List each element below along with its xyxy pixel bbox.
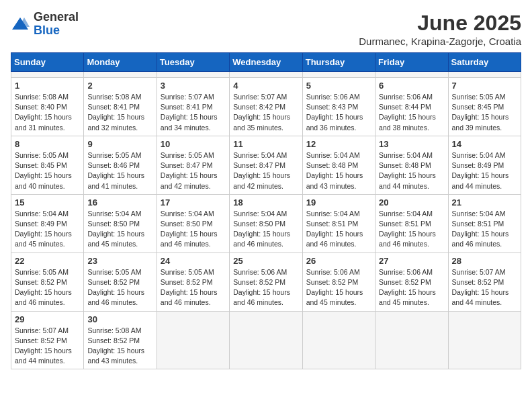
calendar-cell: 14Sunrise: 5:04 AMSunset: 8:49 PMDayligh…: [448, 136, 521, 194]
day-number: 10: [161, 139, 226, 149]
location-text: Durmanec, Krapina-Zagorje, Croatia: [359, 36, 521, 47]
day-number: 11: [233, 139, 298, 149]
day-header-thursday: Thursday: [302, 53, 375, 72]
calendar-table: SundayMondayTuesdayWednesdayThursdayFrid…: [11, 52, 521, 369]
calendar-cell: 12Sunrise: 5:04 AMSunset: 8:48 PMDayligh…: [302, 136, 375, 194]
day-number: 1: [15, 81, 80, 91]
calendar-cell: [157, 311, 229, 369]
day-number: 8: [15, 139, 80, 149]
day-number: 7: [452, 81, 517, 91]
calendar-cell: 2Sunrise: 5:08 AMSunset: 8:41 PMDaylight…: [84, 78, 157, 136]
day-number: 25: [233, 256, 298, 266]
title-area: June 2025 Durmanec, Krapina-Zagorje, Cro…: [359, 11, 521, 47]
calendar-cell: 9Sunrise: 5:05 AMSunset: 8:46 PMDaylight…: [84, 136, 157, 194]
day-info: Sunrise: 5:06 AMSunset: 8:52 PMDaylight:…: [379, 267, 444, 308]
day-header-monday: Monday: [84, 53, 157, 72]
day-info: Sunrise: 5:06 AMSunset: 8:52 PMDaylight:…: [233, 267, 298, 308]
day-number: 17: [161, 197, 226, 208]
day-number: 9: [87, 139, 152, 149]
day-number: 5: [306, 81, 371, 91]
day-info: Sunrise: 5:07 AMSunset: 8:41 PMDaylight:…: [161, 92, 226, 133]
calendar-cell: 11Sunrise: 5:04 AMSunset: 8:47 PMDayligh…: [230, 136, 302, 194]
calendar-cell: 8Sunrise: 5:05 AMSunset: 8:45 PMDaylight…: [11, 136, 84, 194]
day-number: 20: [379, 197, 444, 208]
calendar-cell: 5Sunrise: 5:06 AMSunset: 8:43 PMDaylight…: [302, 78, 375, 136]
logo: General Blue: [11, 11, 79, 38]
day-info: Sunrise: 5:08 AMSunset: 8:41 PMDaylight:…: [87, 92, 152, 133]
day-header-wednesday: Wednesday: [230, 53, 302, 72]
calendar-cell: 10Sunrise: 5:05 AMSunset: 8:47 PMDayligh…: [157, 136, 229, 194]
day-number: 2: [87, 81, 152, 91]
day-number: 14: [452, 139, 517, 149]
calendar-week-row: 22Sunrise: 5:05 AMSunset: 8:52 PMDayligh…: [11, 253, 521, 311]
day-info: Sunrise: 5:04 AMSunset: 8:47 PMDaylight:…: [233, 150, 298, 191]
calendar-cell: 13Sunrise: 5:04 AMSunset: 8:48 PMDayligh…: [375, 136, 448, 194]
day-info: Sunrise: 5:04 AMSunset: 8:50 PMDaylight:…: [161, 209, 226, 250]
day-number: 28: [452, 256, 517, 266]
calendar-cell: [84, 72, 157, 78]
day-info: Sunrise: 5:08 AMSunset: 8:40 PMDaylight:…: [15, 92, 80, 133]
day-info: Sunrise: 5:05 AMSunset: 8:52 PMDaylight:…: [87, 267, 152, 308]
day-number: 3: [161, 81, 226, 91]
day-info: Sunrise: 5:05 AMSunset: 8:45 PMDaylight:…: [15, 150, 80, 191]
calendar-cell: 28Sunrise: 5:07 AMSunset: 8:52 PMDayligh…: [448, 253, 521, 311]
day-number: 13: [379, 139, 444, 149]
logo-general-text: General: [34, 11, 79, 24]
day-number: 26: [306, 256, 371, 266]
day-number: 27: [379, 256, 444, 266]
calendar-cell: 21Sunrise: 5:04 AMSunset: 8:51 PMDayligh…: [448, 194, 521, 253]
day-info: Sunrise: 5:07 AMSunset: 8:52 PMDaylight:…: [15, 326, 80, 367]
calendar-cell: 25Sunrise: 5:06 AMSunset: 8:52 PMDayligh…: [230, 253, 302, 311]
calendar-cell: 17Sunrise: 5:04 AMSunset: 8:50 PMDayligh…: [157, 194, 229, 253]
day-number: 15: [15, 197, 80, 208]
month-title: June 2025: [359, 11, 521, 36]
calendar-cell: [157, 72, 229, 78]
calendar-cell: [230, 72, 302, 78]
day-info: Sunrise: 5:04 AMSunset: 8:51 PMDaylight:…: [306, 209, 371, 250]
logo-text: General Blue: [34, 11, 79, 38]
day-number: 23: [87, 256, 152, 266]
calendar-cell: 6Sunrise: 5:06 AMSunset: 8:44 PMDaylight…: [375, 78, 448, 136]
calendar-cell: 4Sunrise: 5:07 AMSunset: 8:42 PMDaylight…: [230, 78, 302, 136]
day-info: Sunrise: 5:04 AMSunset: 8:49 PMDaylight:…: [452, 150, 517, 191]
day-info: Sunrise: 5:06 AMSunset: 8:43 PMDaylight:…: [306, 92, 371, 133]
calendar-cell: 22Sunrise: 5:05 AMSunset: 8:52 PMDayligh…: [11, 253, 84, 311]
calendar-cell: [375, 72, 448, 78]
page-header: General Blue June 2025 Durmanec, Krapina…: [11, 11, 521, 47]
day-info: Sunrise: 5:05 AMSunset: 8:46 PMDaylight:…: [87, 150, 152, 191]
day-header-saturday: Saturday: [448, 53, 521, 72]
day-info: Sunrise: 5:04 AMSunset: 8:50 PMDaylight:…: [87, 209, 152, 250]
calendar-week-row: 8Sunrise: 5:05 AMSunset: 8:45 PMDaylight…: [11, 136, 521, 194]
calendar-cell: 18Sunrise: 5:04 AMSunset: 8:50 PMDayligh…: [230, 194, 302, 253]
day-info: Sunrise: 5:06 AMSunset: 8:44 PMDaylight:…: [379, 92, 444, 133]
calendar-cell: 16Sunrise: 5:04 AMSunset: 8:50 PMDayligh…: [84, 194, 157, 253]
calendar-cell: 27Sunrise: 5:06 AMSunset: 8:52 PMDayligh…: [375, 253, 448, 311]
day-number: 12: [306, 139, 371, 149]
calendar-week-row: [11, 72, 521, 78]
calendar-cell: [11, 72, 84, 78]
day-number: 21: [452, 197, 517, 208]
day-number: 19: [306, 197, 371, 208]
calendar-cell: 1Sunrise: 5:08 AMSunset: 8:40 PMDaylight…: [11, 78, 84, 136]
day-info: Sunrise: 5:04 AMSunset: 8:48 PMDaylight:…: [379, 150, 444, 191]
calendar-cell: 7Sunrise: 5:05 AMSunset: 8:45 PMDaylight…: [448, 78, 521, 136]
day-number: 16: [87, 197, 152, 208]
day-info: Sunrise: 5:04 AMSunset: 8:51 PMDaylight:…: [452, 209, 517, 250]
day-info: Sunrise: 5:07 AMSunset: 8:52 PMDaylight:…: [452, 267, 517, 308]
calendar-cell: [448, 72, 521, 78]
logo-blue-text: Blue: [34, 24, 79, 38]
day-info: Sunrise: 5:04 AMSunset: 8:51 PMDaylight:…: [379, 209, 444, 250]
day-info: Sunrise: 5:04 AMSunset: 8:49 PMDaylight:…: [15, 209, 80, 250]
calendar-cell: 29Sunrise: 5:07 AMSunset: 8:52 PMDayligh…: [11, 311, 84, 369]
calendar-week-row: 15Sunrise: 5:04 AMSunset: 8:49 PMDayligh…: [11, 194, 521, 253]
calendar-cell: [302, 311, 375, 369]
day-header-sunday: Sunday: [11, 53, 84, 72]
calendar-cell: 23Sunrise: 5:05 AMSunset: 8:52 PMDayligh…: [84, 253, 157, 311]
day-info: Sunrise: 5:05 AMSunset: 8:47 PMDaylight:…: [161, 150, 226, 191]
day-info: Sunrise: 5:05 AMSunset: 8:45 PMDaylight:…: [452, 92, 517, 133]
calendar-cell: 19Sunrise: 5:04 AMSunset: 8:51 PMDayligh…: [302, 194, 375, 253]
calendar-cell: 3Sunrise: 5:07 AMSunset: 8:41 PMDaylight…: [157, 78, 229, 136]
day-number: 24: [161, 256, 226, 266]
day-info: Sunrise: 5:05 AMSunset: 8:52 PMDaylight:…: [161, 267, 226, 308]
day-number: 30: [87, 314, 152, 324]
